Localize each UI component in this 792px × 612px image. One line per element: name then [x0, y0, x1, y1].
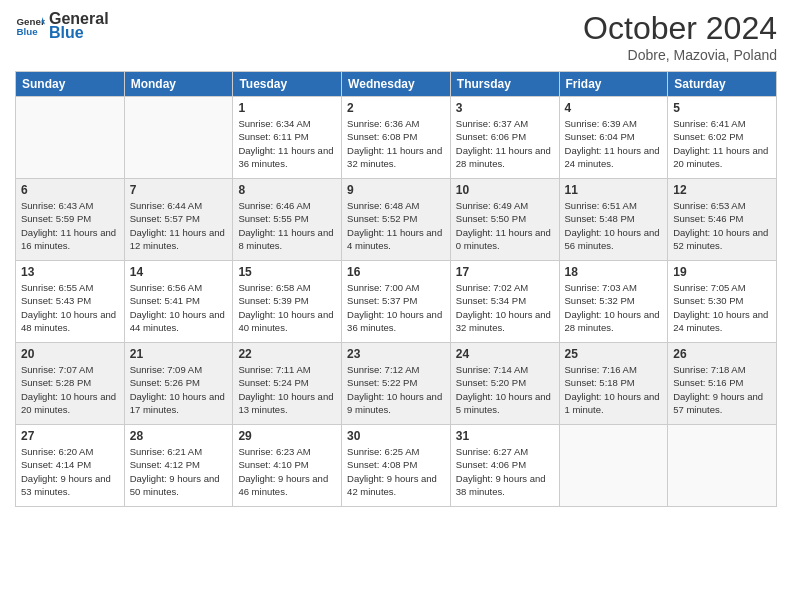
calendar-cell: 15Sunrise: 6:58 AM Sunset: 5:39 PM Dayli…	[233, 261, 342, 343]
day-info: Sunrise: 6:41 AM Sunset: 6:02 PM Dayligh…	[673, 117, 771, 170]
weekday-header-thursday: Thursday	[450, 72, 559, 97]
day-number: 26	[673, 347, 771, 361]
calendar-cell: 21Sunrise: 7:09 AM Sunset: 5:26 PM Dayli…	[124, 343, 233, 425]
logo: General Blue General Blue	[15, 10, 109, 41]
calendar-cell: 17Sunrise: 7:02 AM Sunset: 5:34 PM Dayli…	[450, 261, 559, 343]
day-number: 24	[456, 347, 554, 361]
calendar-cell: 30Sunrise: 6:25 AM Sunset: 4:08 PM Dayli…	[342, 425, 451, 507]
calendar-cell: 27Sunrise: 6:20 AM Sunset: 4:14 PM Dayli…	[16, 425, 125, 507]
day-info: Sunrise: 7:05 AM Sunset: 5:30 PM Dayligh…	[673, 281, 771, 334]
calendar-cell: 7Sunrise: 6:44 AM Sunset: 5:57 PM Daylig…	[124, 179, 233, 261]
day-number: 22	[238, 347, 336, 361]
day-info: Sunrise: 6:55 AM Sunset: 5:43 PM Dayligh…	[21, 281, 119, 334]
day-number: 12	[673, 183, 771, 197]
day-number: 29	[238, 429, 336, 443]
day-info: Sunrise: 6:49 AM Sunset: 5:50 PM Dayligh…	[456, 199, 554, 252]
day-info: Sunrise: 6:25 AM Sunset: 4:08 PM Dayligh…	[347, 445, 445, 498]
calendar-table: SundayMondayTuesdayWednesdayThursdayFrid…	[15, 71, 777, 507]
calendar-cell	[668, 425, 777, 507]
weekday-header-sunday: Sunday	[16, 72, 125, 97]
weekday-header-saturday: Saturday	[668, 72, 777, 97]
calendar-cell: 31Sunrise: 6:27 AM Sunset: 4:06 PM Dayli…	[450, 425, 559, 507]
day-info: Sunrise: 6:48 AM Sunset: 5:52 PM Dayligh…	[347, 199, 445, 252]
calendar-week-row: 13Sunrise: 6:55 AM Sunset: 5:43 PM Dayli…	[16, 261, 777, 343]
calendar-cell: 8Sunrise: 6:46 AM Sunset: 5:55 PM Daylig…	[233, 179, 342, 261]
calendar-cell: 1Sunrise: 6:34 AM Sunset: 6:11 PM Daylig…	[233, 97, 342, 179]
calendar-cell: 6Sunrise: 6:43 AM Sunset: 5:59 PM Daylig…	[16, 179, 125, 261]
logo-blue-text: Blue	[49, 24, 109, 42]
day-number: 27	[21, 429, 119, 443]
calendar-week-row: 27Sunrise: 6:20 AM Sunset: 4:14 PM Dayli…	[16, 425, 777, 507]
generalblue-logo-icon: General Blue	[15, 11, 45, 41]
day-info: Sunrise: 6:36 AM Sunset: 6:08 PM Dayligh…	[347, 117, 445, 170]
day-info: Sunrise: 7:00 AM Sunset: 5:37 PM Dayligh…	[347, 281, 445, 334]
weekday-header-monday: Monday	[124, 72, 233, 97]
day-info: Sunrise: 6:39 AM Sunset: 6:04 PM Dayligh…	[565, 117, 663, 170]
location-title: Dobre, Mazovia, Poland	[583, 47, 777, 63]
title-area: October 2024 Dobre, Mazovia, Poland	[583, 10, 777, 63]
day-number: 23	[347, 347, 445, 361]
weekday-header-row: SundayMondayTuesdayWednesdayThursdayFrid…	[16, 72, 777, 97]
day-info: Sunrise: 6:23 AM Sunset: 4:10 PM Dayligh…	[238, 445, 336, 498]
calendar-cell: 19Sunrise: 7:05 AM Sunset: 5:30 PM Dayli…	[668, 261, 777, 343]
weekday-header-wednesday: Wednesday	[342, 72, 451, 97]
day-info: Sunrise: 7:18 AM Sunset: 5:16 PM Dayligh…	[673, 363, 771, 416]
day-info: Sunrise: 6:43 AM Sunset: 5:59 PM Dayligh…	[21, 199, 119, 252]
calendar-cell: 9Sunrise: 6:48 AM Sunset: 5:52 PM Daylig…	[342, 179, 451, 261]
day-number: 3	[456, 101, 554, 115]
day-info: Sunrise: 7:14 AM Sunset: 5:20 PM Dayligh…	[456, 363, 554, 416]
day-info: Sunrise: 6:20 AM Sunset: 4:14 PM Dayligh…	[21, 445, 119, 498]
header: General Blue General Blue October 2024 D…	[15, 10, 777, 63]
day-number: 4	[565, 101, 663, 115]
day-number: 6	[21, 183, 119, 197]
day-info: Sunrise: 6:58 AM Sunset: 5:39 PM Dayligh…	[238, 281, 336, 334]
day-number: 19	[673, 265, 771, 279]
calendar-cell: 28Sunrise: 6:21 AM Sunset: 4:12 PM Dayli…	[124, 425, 233, 507]
day-info: Sunrise: 6:51 AM Sunset: 5:48 PM Dayligh…	[565, 199, 663, 252]
day-info: Sunrise: 6:21 AM Sunset: 4:12 PM Dayligh…	[130, 445, 228, 498]
day-number: 20	[21, 347, 119, 361]
day-info: Sunrise: 7:07 AM Sunset: 5:28 PM Dayligh…	[21, 363, 119, 416]
calendar-cell: 5Sunrise: 6:41 AM Sunset: 6:02 PM Daylig…	[668, 97, 777, 179]
day-info: Sunrise: 7:11 AM Sunset: 5:24 PM Dayligh…	[238, 363, 336, 416]
calendar-cell	[559, 425, 668, 507]
svg-text:General: General	[17, 15, 46, 26]
day-info: Sunrise: 6:27 AM Sunset: 4:06 PM Dayligh…	[456, 445, 554, 498]
day-number: 13	[21, 265, 119, 279]
day-info: Sunrise: 7:16 AM Sunset: 5:18 PM Dayligh…	[565, 363, 663, 416]
calendar-cell: 26Sunrise: 7:18 AM Sunset: 5:16 PM Dayli…	[668, 343, 777, 425]
day-number: 7	[130, 183, 228, 197]
calendar-week-row: 1Sunrise: 6:34 AM Sunset: 6:11 PM Daylig…	[16, 97, 777, 179]
calendar-cell	[124, 97, 233, 179]
month-title: October 2024	[583, 10, 777, 47]
day-info: Sunrise: 6:56 AM Sunset: 5:41 PM Dayligh…	[130, 281, 228, 334]
day-info: Sunrise: 6:46 AM Sunset: 5:55 PM Dayligh…	[238, 199, 336, 252]
calendar-cell: 23Sunrise: 7:12 AM Sunset: 5:22 PM Dayli…	[342, 343, 451, 425]
day-number: 9	[347, 183, 445, 197]
calendar-cell: 10Sunrise: 6:49 AM Sunset: 5:50 PM Dayli…	[450, 179, 559, 261]
calendar-cell: 12Sunrise: 6:53 AM Sunset: 5:46 PM Dayli…	[668, 179, 777, 261]
page: General Blue General Blue October 2024 D…	[0, 0, 792, 612]
calendar-week-row: 20Sunrise: 7:07 AM Sunset: 5:28 PM Dayli…	[16, 343, 777, 425]
day-number: 1	[238, 101, 336, 115]
day-number: 30	[347, 429, 445, 443]
calendar-cell: 11Sunrise: 6:51 AM Sunset: 5:48 PM Dayli…	[559, 179, 668, 261]
day-number: 5	[673, 101, 771, 115]
day-number: 21	[130, 347, 228, 361]
day-number: 10	[456, 183, 554, 197]
weekday-header-tuesday: Tuesday	[233, 72, 342, 97]
day-info: Sunrise: 7:02 AM Sunset: 5:34 PM Dayligh…	[456, 281, 554, 334]
calendar-cell: 18Sunrise: 7:03 AM Sunset: 5:32 PM Dayli…	[559, 261, 668, 343]
day-info: Sunrise: 7:12 AM Sunset: 5:22 PM Dayligh…	[347, 363, 445, 416]
day-number: 14	[130, 265, 228, 279]
day-info: Sunrise: 6:34 AM Sunset: 6:11 PM Dayligh…	[238, 117, 336, 170]
day-number: 18	[565, 265, 663, 279]
day-info: Sunrise: 6:44 AM Sunset: 5:57 PM Dayligh…	[130, 199, 228, 252]
day-number: 8	[238, 183, 336, 197]
calendar-cell: 14Sunrise: 6:56 AM Sunset: 5:41 PM Dayli…	[124, 261, 233, 343]
calendar-cell	[16, 97, 125, 179]
calendar-cell: 16Sunrise: 7:00 AM Sunset: 5:37 PM Dayli…	[342, 261, 451, 343]
day-number: 17	[456, 265, 554, 279]
svg-text:Blue: Blue	[17, 26, 39, 37]
weekday-header-friday: Friday	[559, 72, 668, 97]
